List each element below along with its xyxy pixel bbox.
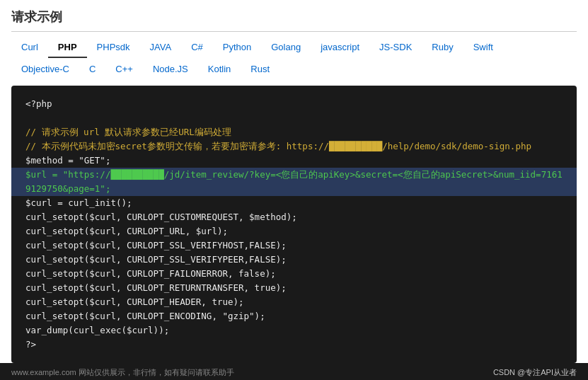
tab-swift[interactable]: Swift [463,38,503,58]
tab-objectivec[interactable]: Objective-C [11,59,79,79]
code-pre: <?php // 请求示例 url 默认请求参数已经URL编码处理 // 本示例… [25,97,563,352]
tab-phpsdk[interactable]: PHPsdk [87,38,140,58]
tab-cpp[interactable]: C++ [105,59,143,79]
tab-ruby[interactable]: Ruby [422,38,463,58]
bottom-bar-right: CSDN @专注API从业者 [493,367,577,378]
tab-rust[interactable]: Rust [241,59,279,79]
tab-php[interactable]: PHP [48,38,87,58]
tabs-row1: CurlPHPPHPsdkJAVAC#PythonGolangjavascrip… [11,38,577,58]
tabs-row2: Objective-CCC++Node.JSKotlinRust [11,59,577,79]
page-container: 请求示例 CurlPHPPHPsdkJAVAC#PythonGolangjava… [0,0,588,363]
code-block: <?php // 请求示例 url 默认请求参数已经URL编码处理 // 本示例… [11,86,577,363]
bottom-bar: www.example.com 网站仅供展示，非行情，如有疑问请联系助手 CSD… [0,363,588,380]
bottom-bar-left: www.example.com 网站仅供展示，非行情，如有疑问请联系助手 [11,367,234,378]
tab-kotlin[interactable]: Kotlin [198,59,241,79]
tab-csharp[interactable]: C# [181,38,213,58]
tab-c[interactable]: C [79,59,105,79]
page-title: 请求示例 [11,8,577,32]
tab-python[interactable]: Python [213,38,261,58]
tab-golang[interactable]: Golang [261,38,311,58]
tab-jssdk[interactable]: JS-SDK [369,38,422,58]
tab-java[interactable]: JAVA [140,38,182,58]
tab-javascript[interactable]: javascript [311,38,369,58]
tab-nodejs[interactable]: Node.JS [143,59,198,79]
tab-curl[interactable]: Curl [11,38,48,58]
